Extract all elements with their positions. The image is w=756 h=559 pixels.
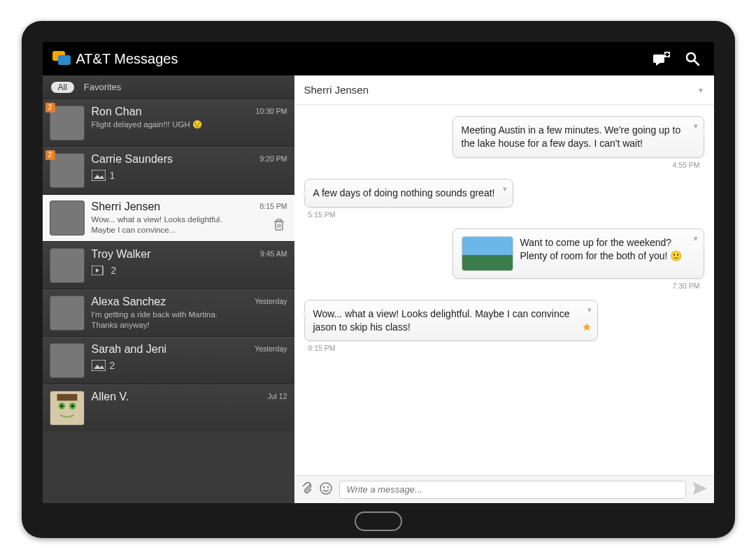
attachment-indicator: 1	[92, 170, 253, 181]
message-incoming: A few days of doing nothing sounds great…	[304, 179, 704, 226]
attach-button[interactable]	[301, 482, 313, 498]
smiley-icon	[320, 482, 332, 495]
filter-all[interactable]: All	[51, 82, 74, 93]
conversation-preview: I'm getting a ride back with Martina. Th…	[92, 310, 238, 331]
conversation-item[interactable]: 2 Ron Chan Flight delayed again!!! UGH 😟…	[43, 99, 294, 147]
message-incoming: Wow... what a view! Looks delightful. Ma…	[304, 300, 704, 360]
screen: AT&T Messages	[43, 42, 714, 503]
svg-marker-1	[656, 63, 660, 66]
message-list: Meeting Austin in a few minutes. We're g…	[294, 105, 714, 475]
conversation-time: Yesterday	[255, 344, 287, 378]
conversation-name: Allen V.	[92, 391, 261, 403]
conversation-name: Alexa Sanchez	[92, 296, 248, 308]
svg-rect-24	[57, 394, 77, 401]
home-button[interactable]	[355, 511, 402, 531]
chevron-down-icon: ▾	[699, 85, 703, 95]
avatar	[50, 248, 85, 283]
image-icon	[92, 360, 106, 371]
unread-badge: 2	[45, 103, 55, 112]
conversation-item[interactable]: Allen V. Jul 12	[43, 384, 294, 431]
send-button[interactable]	[693, 482, 707, 498]
svg-point-26	[320, 483, 331, 494]
conversation-item[interactable]: Sherri Jensen Wow... what a view! Looks …	[43, 194, 294, 242]
message-bubble[interactable]: A few days of doing nothing sounds great…	[304, 179, 514, 208]
message-outgoing: Want to come up for the weekend? Plenty …	[304, 228, 704, 297]
star-icon[interactable]	[582, 322, 592, 335]
svg-marker-16	[96, 268, 99, 273]
emoji-button[interactable]	[320, 482, 332, 498]
conversation-name: Sarah and Jeni	[92, 343, 248, 356]
chevron-down-icon[interactable]: ▾	[694, 121, 698, 131]
filter-bar: All Favorites	[43, 75, 294, 99]
message-input[interactable]	[339, 481, 686, 499]
avatar	[50, 391, 85, 426]
conversation-item[interactable]: Sarah and Jeni 2 Yesterday	[43, 337, 294, 384]
attachment-count: 2	[111, 265, 117, 276]
conversation-item[interactable]: Alexa Sanchez I'm getting a ride back wi…	[43, 289, 294, 337]
tablet-frame: AT&T Messages	[22, 21, 735, 538]
chevron-down-icon[interactable]: ▾	[587, 305, 592, 315]
message-outgoing: Meeting Austin in a few minutes. We're g…	[304, 116, 704, 176]
message-time: 5:15 PM	[308, 210, 336, 219]
app-logo-icon	[52, 51, 71, 66]
message-time: 7:30 PM	[672, 282, 699, 290]
message-text: Wow... what a view! Looks delightful. Ma…	[313, 307, 579, 334]
message-text: Want to come up for the weekend? Plenty …	[520, 236, 685, 263]
chat-panel: Sherri Jensen ▾ Meeting Austin in a few …	[294, 75, 714, 503]
svg-marker-29	[693, 482, 707, 495]
message-text: Meeting Austin in a few minutes. We're g…	[462, 124, 685, 150]
attachment-indicator: 2	[92, 360, 248, 371]
new-message-icon	[653, 52, 670, 66]
conversation-sidebar: All Favorites 2 Ron Chan Flight delayed …	[43, 75, 294, 503]
chat-title: Sherri Jensen	[304, 84, 369, 96]
message-image-thumbnail[interactable]	[462, 236, 513, 271]
chevron-down-icon[interactable]: ▾	[503, 184, 507, 194]
avatar	[50, 296, 85, 331]
video-icon	[92, 266, 107, 275]
filter-favorites[interactable]: Favorites	[84, 82, 121, 92]
chat-header[interactable]: Sherri Jensen ▾	[294, 75, 714, 105]
conversation-item[interactable]: Troy Walker 2 9:45 AM	[43, 242, 294, 289]
message-text: A few days of doing nothing sounds great…	[313, 187, 495, 200]
conversation-time: 9:45 AM	[260, 249, 287, 283]
conversation-item[interactable]: 2 Carrie Saunders 1 9:20 PM	[43, 147, 294, 194]
message-time: 4:55 PM	[672, 161, 699, 169]
conversation-time: Yesterday	[255, 297, 287, 331]
conversation-list: 2 Ron Chan Flight delayed again!!! UGH 😟…	[43, 99, 294, 503]
delete-conversation-button[interactable]	[273, 219, 285, 234]
avatar	[50, 343, 85, 378]
message-bubble[interactable]: Wow... what a view! Looks delightful. Ma…	[304, 300, 598, 342]
svg-rect-11	[277, 219, 281, 222]
conversation-name: Carrie Saunders	[92, 153, 253, 166]
message-bubble[interactable]: Meeting Austin in a few minutes. We're g…	[452, 116, 704, 158]
conversation-name: Sherri Jensen	[92, 201, 253, 213]
app-title: AT&T Messages	[76, 51, 178, 67]
svg-marker-18	[94, 365, 104, 369]
svg-rect-0	[653, 55, 664, 63]
svg-point-28	[327, 486, 328, 487]
attachment-count: 2	[110, 360, 115, 371]
svg-point-23	[71, 405, 73, 407]
avatar	[50, 201, 85, 235]
svg-rect-4	[665, 54, 669, 55]
chevron-down-icon[interactable]: ▾	[694, 233, 698, 244]
search-button[interactable]	[680, 47, 704, 71]
attachment-indicator: 2	[92, 265, 253, 276]
conversation-name: Troy Walker	[92, 248, 253, 261]
search-icon	[685, 51, 700, 66]
send-icon	[693, 482, 707, 495]
message-bubble[interactable]: Want to come up for the weekend? Plenty …	[452, 228, 704, 279]
message-time: 8:15 PM	[308, 344, 336, 352]
svg-marker-25	[583, 323, 591, 331]
conversation-preview: Wow... what a view! Looks delightful. Ma…	[92, 215, 238, 235]
new-message-button[interactable]	[650, 47, 673, 71]
conversation-name: Ron Chan	[92, 106, 249, 118]
top-bar: AT&T Messages	[43, 42, 714, 75]
attachment-count: 1	[110, 170, 115, 181]
image-icon	[92, 170, 106, 181]
conversation-time: 10:30 PM	[256, 107, 287, 140]
svg-point-27	[322, 486, 324, 487]
compose-bar	[294, 475, 714, 503]
svg-line-6	[694, 61, 699, 65]
svg-rect-7	[92, 170, 106, 181]
